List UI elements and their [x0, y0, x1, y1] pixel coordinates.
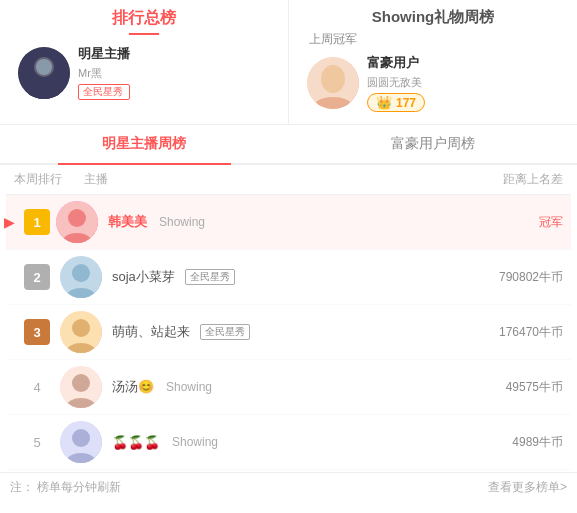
tab-bar: 明星主播周榜 富豪用户周榜	[0, 125, 577, 165]
top-user-card-right: 富豪用户 圆圆无敌美 👑 177	[299, 50, 567, 116]
page-footer: 注： 榜单每分钟刷新 查看更多榜单>	[0, 472, 577, 502]
ranking-section: 排行总榜 明星主播 Mr黑 全民星秀	[0, 0, 289, 124]
footer-note: 注： 榜单每分钟刷新	[10, 479, 121, 496]
svg-rect-4	[28, 79, 60, 99]
avatar-right	[307, 57, 359, 109]
showing-tag-4: Showing	[166, 380, 212, 394]
table-header-row: 本周排行 主播 距离上名差	[6, 165, 571, 195]
gift-badge: 👑 177	[367, 93, 425, 112]
rank-num-4: 4	[24, 380, 50, 395]
anchor-name-5: 🍒🍒🍒	[112, 435, 160, 450]
user-name-left: 明星主播	[78, 45, 130, 63]
diff-4: 49575牛币	[443, 379, 563, 396]
play-arrow-icon: ▶	[4, 214, 15, 230]
tab-rich-user-weekly[interactable]: 富豪用户周榜	[289, 125, 578, 163]
top-user-area-left: 明星主播 Mr黑 全民星秀	[10, 41, 278, 104]
gift-count: 177	[396, 96, 416, 110]
table-row: 5 🍒🍒🍒 Showing 4989牛币	[6, 415, 571, 470]
svg-point-21	[72, 429, 90, 447]
avatar-row-1	[56, 201, 98, 243]
table-row: 2 soja小菜芽 全民星秀 790802牛币	[6, 250, 571, 305]
avatar-left	[18, 47, 70, 99]
rank-badge-1: 1	[24, 209, 50, 235]
table-row: ▶ 1 韩美美 Showing 冠军	[6, 195, 571, 250]
avatar-row-5	[60, 421, 102, 463]
diff-2: 790802牛币	[443, 269, 563, 286]
showing-section: Showing礼物周榜 上周冠军 富豪用户 圆圆无敌美 👑 177	[289, 0, 577, 124]
crown-icon: 👑	[376, 95, 392, 110]
avatar-row-3	[60, 311, 102, 353]
svg-point-12	[72, 264, 90, 282]
anchor-info-5: 🍒🍒🍒 Showing	[112, 435, 443, 450]
table-row: 4 汤汤😊 Showing 49575牛币	[6, 360, 571, 415]
showing-title: Showing礼物周榜	[372, 8, 495, 27]
leaderboard-table: 本周排行 主播 距离上名差 ▶ 1 韩美美 Showing 冠军 2	[0, 165, 577, 470]
anchor-info-1: 韩美美 Showing	[108, 213, 443, 231]
user-sub-right: 圆圆无敌美	[367, 75, 425, 90]
anchor-info-3: 萌萌、站起来 全民星秀	[112, 323, 443, 341]
title-underline	[129, 33, 159, 35]
user-info-left: 明星主播 Mr黑 全民星秀	[78, 45, 130, 100]
rank-badge-2: 2	[24, 264, 50, 290]
anchor-info-4: 汤汤😊 Showing	[112, 378, 443, 396]
col-header-diff: 距离上名差	[443, 171, 563, 188]
svg-point-9	[68, 209, 86, 227]
svg-point-15	[72, 319, 90, 337]
anchor-info-2: soja小菜芽 全民星秀	[112, 268, 443, 286]
anchor-name-1: 韩美美	[108, 213, 147, 231]
rank-num-5: 5	[24, 435, 50, 450]
avatar-row-4	[60, 366, 102, 408]
diff-5: 4989牛币	[443, 434, 563, 451]
col-header-anchor: 主播	[84, 171, 443, 188]
diff-3: 176470牛币	[443, 324, 563, 341]
diff-1: 冠军	[443, 214, 563, 231]
table-row: 3 萌萌、站起来 全民星秀 176470牛币	[6, 305, 571, 360]
anchor-name-3: 萌萌、站起来	[112, 323, 190, 341]
svg-point-3	[36, 59, 52, 75]
rank-badge-3: 3	[24, 319, 50, 345]
showing-tag-1: Showing	[159, 215, 205, 229]
avatar-row-2	[60, 256, 102, 298]
user-info-right: 富豪用户 圆圆无敌美 👑 177	[367, 54, 425, 112]
weekly-champ-label: 上周冠军	[299, 31, 357, 48]
svg-point-6	[321, 65, 345, 93]
ranking-title: 排行总榜	[112, 8, 176, 29]
svg-point-18	[72, 374, 90, 392]
tab-anchor-weekly[interactable]: 明星主播周榜	[0, 125, 289, 163]
platform-badge-2: 全民星秀	[185, 269, 235, 285]
user-badge-left: 全民星秀	[78, 84, 130, 100]
col-header-rank: 本周排行	[14, 171, 84, 188]
user-name-right: 富豪用户	[367, 54, 425, 72]
top-user-area-right: 富豪用户 圆圆无敌美 👑 177	[299, 50, 567, 116]
page-header: 排行总榜 明星主播 Mr黑 全民星秀	[0, 0, 577, 125]
user-sub-left: Mr黑	[78, 66, 130, 81]
platform-badge-3: 全民星秀	[200, 324, 250, 340]
footer-more-link[interactable]: 查看更多榜单>	[488, 479, 567, 496]
anchor-name-4: 汤汤😊	[112, 378, 154, 396]
anchor-name-2: soja小菜芽	[112, 268, 175, 286]
top-user-card-left: 明星主播 Mr黑 全民星秀	[10, 41, 278, 104]
showing-tag-5: Showing	[172, 435, 218, 449]
